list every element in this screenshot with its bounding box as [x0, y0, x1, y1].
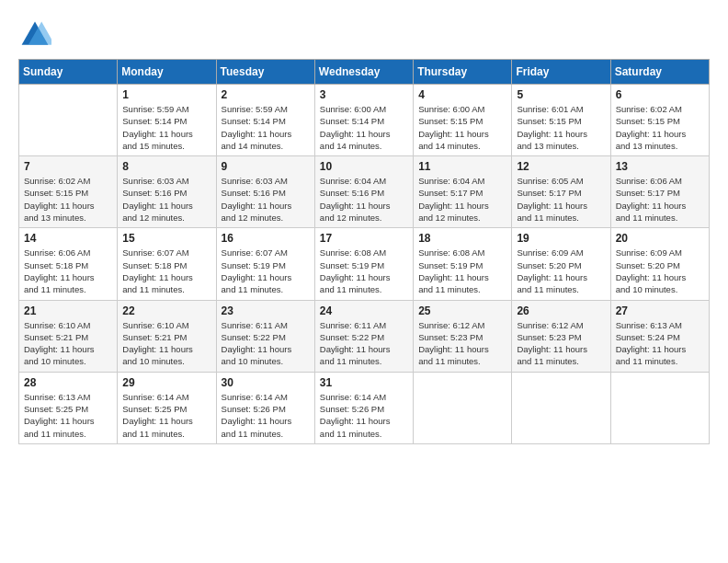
day-info: Sunrise: 6:09 AM Sunset: 5:20 PM Dayligh… [517, 247, 605, 295]
day-number: 10 [320, 160, 408, 173]
calendar-cell: 3Sunrise: 6:00 AM Sunset: 5:14 PM Daylig… [314, 85, 413, 156]
weekday-friday: Friday [512, 60, 610, 85]
day-number: 7 [24, 160, 112, 173]
calendar-cell: 1Sunrise: 5:59 AM Sunset: 5:14 PM Daylig… [118, 85, 216, 156]
day-number: 11 [418, 160, 506, 173]
calendar-cell: 12Sunrise: 6:05 AM Sunset: 5:17 PM Dayli… [512, 156, 610, 228]
day-number: 28 [24, 376, 112, 389]
calendar-cell: 24Sunrise: 6:11 AM Sunset: 5:22 PM Dayli… [314, 300, 413, 372]
day-number: 12 [517, 160, 605, 173]
day-info: Sunrise: 6:06 AM Sunset: 5:18 PM Dayligh… [24, 247, 112, 295]
day-info: Sunrise: 6:01 AM Sunset: 5:15 PM Dayligh… [517, 103, 605, 152]
calendar-cell: 23Sunrise: 6:11 AM Sunset: 5:22 PM Dayli… [216, 300, 314, 372]
day-number: 25 [418, 304, 506, 317]
day-info: Sunrise: 6:02 AM Sunset: 5:15 PM Dayligh… [616, 103, 704, 152]
day-info: Sunrise: 6:09 AM Sunset: 5:20 PM Dayligh… [616, 247, 704, 295]
page-header [18, 18, 710, 52]
day-info: Sunrise: 5:59 AM Sunset: 5:14 PM Dayligh… [122, 103, 210, 152]
day-info: Sunrise: 6:11 AM Sunset: 5:22 PM Dayligh… [222, 319, 310, 368]
calendar-cell: 27Sunrise: 6:13 AM Sunset: 5:24 PM Dayli… [610, 300, 709, 372]
day-number: 18 [418, 232, 506, 245]
day-number: 17 [320, 232, 408, 245]
calendar-cell: 17Sunrise: 6:08 AM Sunset: 5:19 PM Dayli… [314, 228, 413, 300]
day-info: Sunrise: 6:07 AM Sunset: 5:18 PM Dayligh… [122, 247, 210, 295]
weekday-sunday: Sunday [19, 60, 118, 85]
day-info: Sunrise: 5:59 AM Sunset: 5:14 PM Dayligh… [222, 103, 310, 152]
calendar-cell: 10Sunrise: 6:04 AM Sunset: 5:16 PM Dayli… [314, 156, 413, 228]
calendar-cell: 26Sunrise: 6:12 AM Sunset: 5:23 PM Dayli… [512, 300, 610, 372]
calendar-cell: 7Sunrise: 6:02 AM Sunset: 5:15 PM Daylig… [19, 156, 118, 228]
calendar-cell: 19Sunrise: 6:09 AM Sunset: 5:20 PM Dayli… [512, 228, 610, 300]
calendar-cell: 29Sunrise: 6:14 AM Sunset: 5:25 PM Dayli… [118, 372, 216, 443]
day-info: Sunrise: 6:02 AM Sunset: 5:15 PM Dayligh… [24, 175, 112, 224]
calendar-cell: 11Sunrise: 6:04 AM Sunset: 5:17 PM Dayli… [414, 156, 512, 228]
day-number: 5 [517, 88, 605, 101]
weekday-wednesday: Wednesday [314, 60, 413, 85]
calendar-cell: 20Sunrise: 6:09 AM Sunset: 5:20 PM Dayli… [610, 228, 709, 300]
day-info: Sunrise: 6:08 AM Sunset: 5:19 PM Dayligh… [418, 247, 506, 295]
calendar-cell: 9Sunrise: 6:03 AM Sunset: 5:16 PM Daylig… [216, 156, 314, 228]
day-number: 15 [122, 232, 210, 245]
day-number: 2 [222, 88, 310, 101]
day-info: Sunrise: 6:10 AM Sunset: 5:21 PM Dayligh… [122, 319, 210, 368]
calendar-table: SundayMondayTuesdayWednesdayThursdayFrid… [18, 59, 710, 444]
logo-icon [18, 18, 51, 52]
calendar-cell: 4Sunrise: 6:00 AM Sunset: 5:15 PM Daylig… [414, 85, 512, 156]
day-number: 23 [222, 304, 310, 317]
day-number: 27 [616, 304, 704, 317]
day-info: Sunrise: 6:03 AM Sunset: 5:16 PM Dayligh… [222, 175, 310, 224]
day-number: 22 [122, 304, 210, 317]
calendar-cell [19, 85, 118, 156]
calendar-cell: 5Sunrise: 6:01 AM Sunset: 5:15 PM Daylig… [512, 85, 610, 156]
weekday-thursday: Thursday [414, 60, 512, 85]
day-info: Sunrise: 6:14 AM Sunset: 5:26 PM Dayligh… [320, 391, 408, 440]
day-number: 16 [222, 232, 310, 245]
day-info: Sunrise: 6:00 AM Sunset: 5:15 PM Dayligh… [418, 103, 506, 152]
calendar-cell: 13Sunrise: 6:06 AM Sunset: 5:17 PM Dayli… [610, 156, 709, 228]
calendar-cell: 21Sunrise: 6:10 AM Sunset: 5:21 PM Dayli… [19, 300, 118, 372]
day-info: Sunrise: 6:13 AM Sunset: 5:24 PM Dayligh… [616, 319, 704, 368]
weekday-header-row: SundayMondayTuesdayWednesdayThursdayFrid… [19, 60, 710, 85]
day-info: Sunrise: 6:13 AM Sunset: 5:25 PM Dayligh… [24, 391, 112, 440]
day-number: 20 [616, 232, 704, 245]
day-number: 19 [517, 232, 605, 245]
calendar-week-1: 1Sunrise: 5:59 AM Sunset: 5:14 PM Daylig… [19, 85, 710, 156]
weekday-saturday: Saturday [610, 60, 709, 85]
calendar-cell: 6Sunrise: 6:02 AM Sunset: 5:15 PM Daylig… [610, 85, 709, 156]
day-number: 30 [222, 376, 310, 389]
weekday-tuesday: Tuesday [216, 60, 314, 85]
day-number: 26 [517, 304, 605, 317]
day-number: 29 [122, 376, 210, 389]
day-info: Sunrise: 6:14 AM Sunset: 5:25 PM Dayligh… [122, 391, 210, 440]
calendar-body: 1Sunrise: 5:59 AM Sunset: 5:14 PM Daylig… [19, 85, 710, 444]
calendar-week-3: 14Sunrise: 6:06 AM Sunset: 5:18 PM Dayli… [19, 228, 710, 300]
day-info: Sunrise: 6:11 AM Sunset: 5:22 PM Dayligh… [320, 319, 408, 368]
day-number: 8 [122, 160, 210, 173]
day-info: Sunrise: 6:00 AM Sunset: 5:14 PM Dayligh… [320, 103, 408, 152]
day-number: 6 [616, 88, 704, 101]
day-info: Sunrise: 6:10 AM Sunset: 5:21 PM Dayligh… [24, 319, 112, 368]
day-info: Sunrise: 6:05 AM Sunset: 5:17 PM Dayligh… [517, 175, 605, 224]
calendar-cell: 2Sunrise: 5:59 AM Sunset: 5:14 PM Daylig… [216, 85, 314, 156]
day-number: 3 [320, 88, 408, 101]
day-info: Sunrise: 6:14 AM Sunset: 5:26 PM Dayligh… [222, 391, 310, 440]
calendar-cell [414, 372, 512, 443]
day-info: Sunrise: 6:12 AM Sunset: 5:23 PM Dayligh… [418, 319, 506, 368]
day-number: 13 [616, 160, 704, 173]
calendar-cell: 15Sunrise: 6:07 AM Sunset: 5:18 PM Dayli… [118, 228, 216, 300]
logo [18, 18, 55, 52]
calendar-cell: 8Sunrise: 6:03 AM Sunset: 5:16 PM Daylig… [118, 156, 216, 228]
day-info: Sunrise: 6:08 AM Sunset: 5:19 PM Dayligh… [320, 247, 408, 295]
calendar-week-2: 7Sunrise: 6:02 AM Sunset: 5:15 PM Daylig… [19, 156, 710, 228]
calendar-cell: 25Sunrise: 6:12 AM Sunset: 5:23 PM Dayli… [414, 300, 512, 372]
day-number: 21 [24, 304, 112, 317]
day-number: 14 [24, 232, 112, 245]
calendar-week-4: 21Sunrise: 6:10 AM Sunset: 5:21 PM Dayli… [19, 300, 710, 372]
day-info: Sunrise: 6:12 AM Sunset: 5:23 PM Dayligh… [517, 319, 605, 368]
calendar-cell: 31Sunrise: 6:14 AM Sunset: 5:26 PM Dayli… [314, 372, 413, 443]
day-info: Sunrise: 6:04 AM Sunset: 5:16 PM Dayligh… [320, 175, 408, 224]
day-info: Sunrise: 6:06 AM Sunset: 5:17 PM Dayligh… [616, 175, 704, 224]
calendar-cell: 28Sunrise: 6:13 AM Sunset: 5:25 PM Dayli… [19, 372, 118, 443]
day-number: 24 [320, 304, 408, 317]
day-number: 31 [320, 376, 408, 389]
